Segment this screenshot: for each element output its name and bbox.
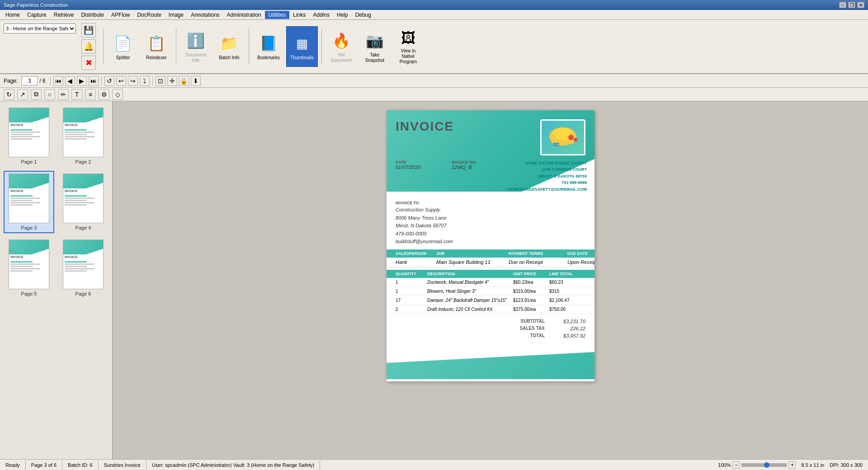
status-user-info: User: spcadmin (SPC Administrator) Vault… — [146, 460, 320, 470]
batch-info-text: Batch ID: 6 — [68, 462, 92, 468]
menu-utilities[interactable]: Utilities — [265, 11, 290, 19]
last-page-button[interactable]: ⏭ — [89, 76, 99, 86]
line-items-header: QUANTITY DESCRIPTION UNIT PRICE LINE TOT… — [387, 270, 594, 278]
zoom-level: 100% — [718, 462, 731, 468]
date-value: 01/07/2020 — [396, 164, 450, 170]
menu-help[interactable]: Help — [333, 11, 352, 19]
thumb-page-6[interactable]: INVOICE Page 6 — [58, 237, 108, 299]
document-dropdown[interactable]: 3 - Home on the Range Safety — [4, 24, 76, 33]
text-tool[interactable]: T — [71, 89, 82, 100]
batch-info-button[interactable]: 📁 Batch Info — [213, 26, 245, 67]
next-page-button[interactable]: ▶ — [77, 76, 87, 86]
fit-page-button[interactable]: ⊡ — [156, 76, 165, 86]
sales-tax-row: SALES TAX 226.22 — [520, 325, 585, 332]
undo-button[interactable]: ↩ — [116, 76, 126, 86]
close-button[interactable]: ✕ — [857, 2, 864, 8]
settings-tool[interactable]: ⚙ — [99, 89, 109, 100]
thumb-page-4[interactable]: INVOICE Page 4 — [58, 171, 108, 233]
svg-rect-5 — [553, 143, 559, 144]
copy-tool[interactable]: ⧉ — [31, 89, 42, 100]
line-item-3: 17 Damper, 24" Backdraft Damper 15"x15" … — [387, 296, 594, 305]
invoice-no-value: 12WQ_B — [452, 164, 506, 170]
invoice-meta: DATE 01/07/2020 INVOICE NO 12WQ_B HOME O… — [387, 155, 594, 197]
unknown-btn-1[interactable]: ⤵ — [140, 76, 150, 86]
thumbnails-button[interactable]: ▦ Thumbnails — [286, 26, 318, 67]
batch-info-label: Batch Info — [219, 55, 239, 61]
invoice-title: INVOICE — [396, 119, 454, 134]
bookmarks-button[interactable]: 📘 Bookmarks — [253, 26, 284, 67]
toolbar-sep-4 — [321, 28, 322, 65]
user-info-text: User: spcadmin (SPC Administrator) Vault… — [152, 462, 314, 468]
menu-distribute[interactable]: Distribute — [77, 11, 108, 19]
splitter-icon: 📄 — [112, 33, 134, 54]
lock-button[interactable]: 🔒 — [179, 76, 189, 86]
total-2: $315 — [549, 289, 585, 294]
thumb-page-2[interactable]: INVOICE Page 2 — [58, 105, 108, 167]
restore-button[interactable]: ❐ — [848, 2, 855, 8]
redo-button[interactable]: ↪ — [128, 76, 138, 86]
thumb-page-3[interactable]: INVOICE Page 3 — [4, 171, 54, 233]
menu-apflow[interactable]: APFlow — [108, 11, 133, 19]
menu-home[interactable]: Home — [2, 11, 24, 19]
eraser-tool[interactable]: ◇ — [112, 89, 123, 100]
rotate-ccw-button[interactable]: ↺ — [104, 76, 114, 86]
menu-administration[interactable]: Administration — [223, 11, 265, 19]
page-input[interactable] — [21, 76, 38, 85]
desc-4: Draft Inducer, 120 Ctl Control Kit — [427, 307, 513, 312]
unit-1: $60.23/ea — [513, 280, 549, 285]
zoom-minus-button[interactable]: − — [732, 461, 740, 469]
first-page-button[interactable]: ⏮ — [53, 76, 63, 86]
snapshot-label: Take Snapshot — [361, 52, 388, 63]
view-native-label: View In Native Program — [395, 48, 422, 65]
document-type-text: Sundries Invoice — [104, 462, 141, 468]
menu-annotations[interactable]: Annotations — [187, 11, 223, 19]
menu-addins[interactable]: Addins — [309, 11, 333, 19]
page-info-text: Page 3 of 6 — [31, 462, 57, 468]
menu-links[interactable]: Links — [289, 11, 309, 19]
total-3: $2,106.47 — [549, 298, 585, 303]
splitter-button[interactable]: 📄 Splitter — [107, 26, 139, 67]
view-native-button[interactable]: 🖼 View In Native Program — [392, 26, 424, 67]
reindexer-button[interactable]: 📋 Reindexer — [141, 26, 172, 67]
export-button[interactable]: ⬇ — [191, 76, 201, 86]
desc-header: DESCRIPTION — [427, 272, 513, 276]
edit-tool[interactable]: ✏ — [58, 89, 69, 100]
menu-capture[interactable]: Capture — [24, 11, 50, 19]
circle-tool[interactable]: ○ — [44, 89, 55, 100]
minimize-button[interactable]: − — [839, 2, 846, 8]
menu-retrieve[interactable]: Retrieve — [50, 11, 78, 19]
zoom-slider[interactable] — [741, 463, 787, 467]
batch-info-icon: 📁 — [218, 33, 240, 54]
page-label: Page: — [4, 78, 18, 84]
cancel-button[interactable]: ✖ — [81, 56, 96, 70]
line-item-4: 2 Draft Inducer, 120 Ctl Control Kit $37… — [387, 305, 594, 314]
thumb-page-5[interactable]: INVOICE Page 5 — [4, 237, 54, 299]
bookmarks-icon: 📘 — [258, 33, 279, 54]
zoom-cursor-button[interactable]: ✛ — [167, 76, 177, 86]
hot-document-button[interactable]: 🔥 Hot Document — [326, 26, 357, 67]
menubar: Home Capture Retrieve Distribute APFlow … — [0, 10, 868, 20]
menu-debug[interactable]: Debug — [352, 11, 375, 19]
company-email: HOMERANGESAFETY@OUREMAIL.COM — [508, 186, 587, 193]
thumb-img-6: INVOICE — [63, 240, 104, 289]
take-snapshot-button[interactable]: 📷 Take Snapshot — [359, 26, 391, 67]
arrow-tool[interactable]: ↗ — [17, 89, 28, 100]
save-button[interactable]: 💾 — [81, 23, 96, 38]
bell-button[interactable]: 🔔 — [81, 39, 96, 54]
unit-2: $315.00/ea — [513, 289, 549, 294]
document-info-button[interactable]: ℹ️ Document Info — [180, 26, 212, 67]
rotate-tool[interactable]: ↻ — [4, 89, 14, 100]
document-info-label: Document Info — [182, 52, 209, 63]
menu-docroute[interactable]: DocRoute — [133, 11, 165, 19]
thumb-page-1[interactable]: INVOICE Page 1 — [4, 105, 54, 167]
status-ready: Ready — [0, 460, 26, 470]
thumb-img-5: INVOICE — [9, 240, 49, 289]
client-info: Construction Supply 8006 Many Trees Lane… — [396, 206, 585, 246]
prev-page-button[interactable]: ◀ — [65, 76, 75, 86]
list-tool[interactable]: ≡ — [85, 89, 96, 100]
total-label: TOTAL — [530, 333, 545, 338]
status-page-info: Page 3 of 6 — [26, 460, 62, 470]
company-address1: 1279 CYPRESS COURT — [508, 166, 587, 173]
menu-image[interactable]: Image — [165, 11, 187, 19]
zoom-plus-button[interactable]: + — [788, 461, 796, 469]
